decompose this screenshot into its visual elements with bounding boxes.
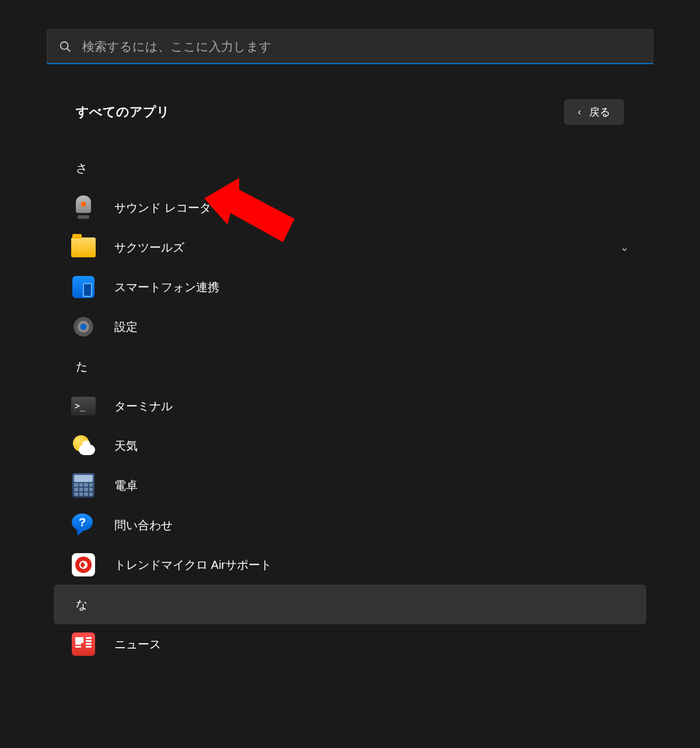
app-terminal[interactable]: >_ ターミナル [54, 386, 646, 426]
app-label: スマートフォン連携 [114, 279, 629, 295]
weather-icon [71, 434, 96, 458]
news-icon [71, 632, 96, 656]
app-news[interactable]: ニュース [54, 624, 646, 664]
header-row: すべてのアプリ ‹ 戻る [29, 99, 671, 125]
sound-recorder-icon [71, 195, 96, 220]
svg-point-0 [61, 41, 68, 49]
app-list: さ サウンド レコーダー サクツールズ ⌄ スマートフォン連携 [29, 148, 671, 664]
app-label: ターミナル [114, 399, 629, 414]
app-label: 設定 [114, 319, 629, 335]
app-label: 天気 [114, 438, 629, 454]
app-label: サクツールズ [114, 240, 620, 256]
app-label: サウンド レコーダー [114, 200, 629, 216]
start-menu-all-apps: すべてのアプリ ‹ 戻る さ サウンド レコーダー サクツールズ ⌄ スマートフ… [29, 0, 671, 664]
back-button[interactable]: ‹ 戻る [564, 99, 624, 125]
app-sound-recorder[interactable]: サウンド レコーダー [54, 188, 646, 228]
svg-line-1 [67, 48, 71, 51]
app-trend-micro[interactable]: トレンドマイクロ Airサポート [54, 545, 646, 585]
chevron-left-icon: ‹ [578, 107, 581, 117]
folder-icon [71, 235, 96, 260]
back-label: 戻る [589, 105, 610, 119]
app-feedback[interactable]: ? 問い合わせ [54, 505, 646, 545]
phone-link-icon [71, 275, 96, 299]
search-box[interactable] [47, 29, 653, 64]
gear-icon [71, 314, 96, 339]
trend-micro-icon [71, 553, 96, 577]
search-input[interactable] [82, 40, 641, 54]
app-weather[interactable]: 天気 [54, 426, 646, 466]
app-settings[interactable]: 設定 [54, 307, 646, 347]
app-calculator[interactable]: 電卓 [54, 466, 646, 505]
feedback-icon: ? [71, 513, 96, 537]
svg-point-4 [80, 324, 87, 330]
group-header-sa[interactable]: さ [54, 148, 646, 188]
app-label: トレンドマイクロ Airサポート [114, 557, 629, 573]
all-apps-title: すべてのアプリ [76, 103, 170, 121]
chevron-down-icon: ⌄ [620, 241, 629, 254]
group-header-ta[interactable]: た [54, 347, 646, 386]
search-icon [59, 40, 72, 53]
terminal-icon: >_ [71, 394, 96, 418]
group-header-na[interactable]: な [54, 585, 646, 624]
app-label: 電卓 [114, 478, 629, 494]
app-saku-tools-folder[interactable]: サクツールズ ⌄ [54, 228, 646, 267]
app-label: ニュース [114, 637, 629, 652]
app-label: 問い合わせ [114, 518, 629, 533]
app-phone-link[interactable]: スマートフォン連携 [54, 267, 646, 307]
calculator-icon [71, 473, 96, 498]
